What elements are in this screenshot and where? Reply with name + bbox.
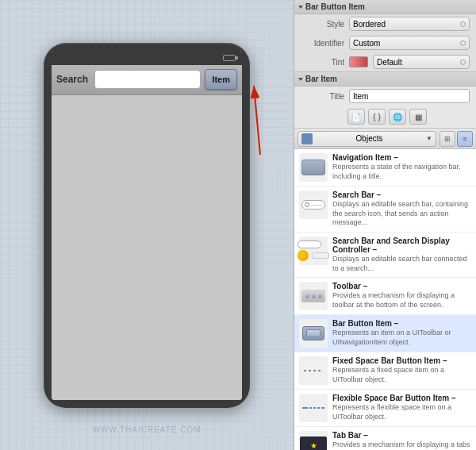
list-item[interactable]: Bar Button Item – Represents an item on …	[294, 315, 476, 352]
identifier-row: Identifier Custom ⬡	[294, 33, 476, 52]
status-bar	[52, 51, 242, 65]
grid-view-icon: ⊞	[444, 135, 451, 143]
list-item[interactable]: Flexible Space Bar Button Item – Represe…	[294, 390, 476, 427]
object-desc: Provides a mechanism for displaying a to…	[332, 291, 471, 310]
watermark: WWW.THAICREATE.COM	[92, 425, 201, 434]
bar-item-collapse-icon[interactable]	[298, 78, 303, 81]
identifier-select-arrow-icon: ⬡	[460, 40, 466, 47]
object-info: Fixed Space Bar Button Item – Represents…	[332, 356, 471, 384]
toolbar-thumb-icon	[301, 290, 325, 302]
object-thumbnail	[299, 394, 328, 422]
list-item[interactable]: ★ Tab Bar – Provides a mechanism for dis…	[294, 427, 476, 450]
object-info: Search Bar – Displays an editable search…	[332, 190, 471, 228]
list-view-button[interactable]: ≡	[457, 131, 473, 147]
list-item[interactable]: Search Bar – Displays an editable search…	[294, 187, 476, 233]
title-input[interactable]: Item	[349, 89, 470, 103]
nav-bar: Search Item	[52, 65, 242, 95]
object-name: Navigation Item –	[332, 153, 471, 162]
object-desc: Represents a flexible space item on a UI…	[332, 403, 471, 421]
style-select-arrow-icon: ⬡	[460, 21, 466, 28]
objects-dropdown-icon	[301, 133, 313, 144]
grid-icon-button[interactable]: ▦	[409, 109, 427, 125]
tint-select-arrow-icon: ⬡	[460, 59, 466, 66]
object-desc: Displays an editable search bar connecte…	[332, 255, 471, 273]
object-name: Tab Bar –	[332, 431, 471, 440]
object-thumbnail	[299, 356, 328, 385]
battery-icon	[223, 55, 236, 61]
object-info: Bar Button Item – Represents an item on …	[332, 319, 471, 347]
fixed-space-thumb-icon	[304, 370, 323, 371]
tab-icons-row: 📄 { } 🌐 ▦	[294, 106, 476, 128]
object-name: Toolbar –	[332, 282, 471, 290]
bar-button-item-section: Bar Button Item Style Bordered ⬡ Identif…	[294, 0, 476, 72]
object-name: Search Bar and Search Display Controller…	[332, 237, 471, 254]
list-item[interactable]: Navigation Item – Represents a state of …	[294, 149, 476, 187]
objects-dropdown[interactable]: Objects ▼	[298, 131, 436, 147]
collapse-triangle-icon[interactable]	[298, 6, 303, 9]
object-desc: Represents a state of the navigation bar…	[332, 163, 471, 181]
object-name: Search Bar –	[332, 190, 471, 199]
bar-button-item-header: Bar Button Item	[294, 0, 476, 14]
globe-icon: 🌐	[393, 113, 402, 121]
tint-color-swatch[interactable]	[349, 56, 368, 67]
list-item[interactable]: Toolbar – Provides a mechanism for displ…	[294, 278, 476, 315]
object-name: Fixed Space Bar Button Item –	[332, 356, 471, 365]
tint-label: Tint	[301, 58, 344, 67]
search-bar2-thumb-icon	[298, 240, 329, 261]
bar-item-section: Bar Item Title Item 📄 { } 🌐 ▦	[294, 72, 476, 129]
grid-view-button[interactable]: ⊞	[440, 131, 455, 147]
tab-bar-thumb-icon: ★	[300, 437, 327, 450]
list-item[interactable]: Search Bar and Search Display Controller…	[294, 233, 476, 278]
object-name: Flexible Space Bar Button Item –	[332, 394, 471, 402]
iphone-screen: Search Item	[52, 51, 242, 400]
code-icon: { }	[373, 113, 380, 121]
object-thumbnail: ★	[299, 431, 328, 450]
objects-dropdown-arrow-icon: ▼	[426, 135, 432, 142]
globe-icon-button[interactable]: 🌐	[389, 109, 406, 125]
object-info: Flexible Space Bar Button Item – Represe…	[332, 394, 471, 421]
object-desc: Represents a fixed space item on a UIToo…	[332, 366, 471, 384]
object-name: Bar Button Item –	[332, 319, 471, 328]
identifier-label: Identifier	[301, 39, 344, 48]
tint-row: Tint Default ⬡	[294, 52, 476, 71]
bar-button-thumb-icon	[302, 326, 324, 340]
nav-item-thumb-icon	[301, 160, 325, 175]
view-toggle: ⊞ ≡	[440, 131, 473, 147]
title-row: Title Item	[294, 87, 476, 106]
doc-icon: 📄	[351, 113, 361, 121]
item-button[interactable]: Item	[205, 69, 237, 90]
search-label: Search	[56, 74, 88, 85]
grid-icon: ▦	[415, 113, 422, 121]
svg-line-1	[254, 86, 260, 155]
tint-select[interactable]: Default ⬡	[373, 55, 470, 69]
objects-panel: Objects ▼ ⊞ ≡ Navigation Item – Represen…	[294, 129, 476, 450]
object-thumbnail	[299, 282, 328, 310]
search-field[interactable]	[94, 70, 201, 89]
search-bar-thumb-icon	[301, 200, 325, 210]
code-icon-button[interactable]: { }	[368, 109, 386, 125]
identifier-select[interactable]: Custom ⬡	[349, 36, 470, 50]
object-desc: Provides a mechanism for displaying a ta…	[332, 440, 471, 450]
style-label: Style	[301, 20, 344, 29]
title-label: Title	[301, 92, 344, 101]
bar-item-header: Bar Item	[294, 72, 476, 87]
list-item[interactable]: Fixed Space Bar Button Item – Represents…	[294, 352, 476, 390]
doc-icon-button[interactable]: 📄	[347, 109, 365, 125]
objects-list[interactable]: Navigation Item – Represents a state of …	[294, 149, 476, 450]
object-thumbnail	[299, 319, 328, 348]
right-panel: Bar Button Item Style Bordered ⬡ Identif…	[294, 0, 476, 450]
flex-space-thumb-icon	[302, 407, 324, 409]
screen-content	[52, 95, 242, 400]
style-select[interactable]: Bordered ⬡	[349, 17, 470, 31]
left-panel: Search Item WWW.THAICREATE.COM	[0, 0, 294, 450]
objects-toolbar: Objects ▼ ⊞ ≡	[294, 129, 476, 149]
object-desc: Represents an item on a UIToolbar or UIN…	[332, 329, 471, 347]
object-thumbnail	[299, 153, 328, 182]
list-view-icon: ≡	[463, 135, 466, 143]
style-row: Style Bordered ⬡	[294, 14, 476, 33]
object-info: Navigation Item – Represents a state of …	[332, 153, 471, 181]
object-info: Search Bar and Search Display Controller…	[332, 237, 471, 273]
object-info: Tab Bar – Provides a mechanism for displ…	[332, 431, 471, 450]
iphone-frame: Search Item	[44, 43, 250, 408]
object-thumbnail	[299, 190, 328, 219]
